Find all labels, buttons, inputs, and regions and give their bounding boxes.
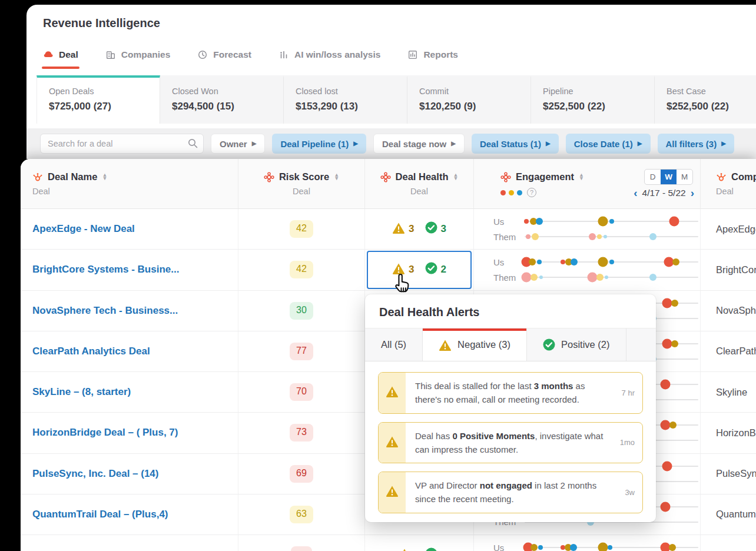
deal-name-link[interactable]: QuantumTrail Deal – (Plus,4) <box>21 509 168 520</box>
alert-message: VP and Director not engaged in last 2 mo… <box>406 472 614 513</box>
nav-tab-label: Companies <box>121 49 171 60</box>
summary-card-best-case[interactable]: Best Case$252,500 (22) <box>655 75 756 124</box>
hubspot-icon <box>32 172 43 182</box>
warning-icon <box>439 339 452 351</box>
popup-title: Deal Health Alerts <box>365 294 656 328</box>
col-header-deal-health[interactable]: Deal Health ▲▼ Deal <box>365 159 474 208</box>
nav-tab-companies[interactable]: Companies <box>105 49 171 69</box>
alert-timestamp: 7 hr <box>614 373 642 413</box>
summary-card-open-deals[interactable]: Open Deals$725,000 (27) <box>37 75 160 124</box>
popup-tab-all-5-[interactable]: All (5) <box>365 328 423 361</box>
deal-health-cell[interactable]: 32 <box>365 250 474 290</box>
col-label: Deal Health <box>396 171 449 182</box>
filter-chip-deal-stage-now[interactable]: Deal stage now▶ <box>373 134 465 154</box>
engagement-us-timeline <box>525 547 698 548</box>
engagement-dot-gold <box>669 421 677 429</box>
summary-card-commit[interactable]: Commit$120,250 (9) <box>407 75 531 124</box>
deal-name-link[interactable]: HorizonBridge Deal – ( Plus, 7) <box>21 427 178 439</box>
card-label: Closed lost <box>296 87 395 96</box>
nav-tab-deal[interactable]: Deal <box>43 49 78 69</box>
engagement-dot-pink <box>521 273 531 283</box>
risk-score-badge: 42 <box>290 220 313 238</box>
summary-card-closed-won[interactable]: Closed Won$294,500 (15) <box>160 75 284 124</box>
engagement-dot-yellow <box>530 274 538 281</box>
legend-dot <box>517 190 522 195</box>
company-name: PulseSync <box>701 468 756 479</box>
summary-card-closed-lost[interactable]: Closed lost$153,290 (13) <box>284 75 407 124</box>
next-date-icon[interactable]: › <box>691 187 694 198</box>
deal-name-link[interactable]: PulseSync, Inc. Deal – (14) <box>21 468 158 480</box>
positive-count: 2 <box>441 264 446 276</box>
engagement-dot-red <box>662 461 672 471</box>
sort-icon[interactable]: ▲▼ <box>102 174 107 180</box>
deal-health-cell[interactable] <box>365 535 474 551</box>
deal-name-link[interactable]: ApexEdge - New Deal <box>21 223 135 235</box>
alert-timestamp: 1mo <box>614 423 642 463</box>
card-value: $252,500 (22) <box>543 101 642 112</box>
filter-chip-close-date-1-[interactable]: Close Date (1)▶ <box>566 134 651 154</box>
nav-tab-label: Deal <box>59 49 78 60</box>
deal-name-link[interactable]: BrightCore Systems - Busine... <box>21 264 179 276</box>
popup-tab-label: Negative (3) <box>457 339 510 350</box>
chevron-right-icon: ▶ <box>252 141 257 147</box>
nav-tab-ai-win-loss-analysis[interactable]: AI win/loss analysis <box>278 49 380 69</box>
period-toggle-m[interactable]: M <box>677 170 692 184</box>
engagement-us-label: Us <box>493 543 525 551</box>
engagement-dot-pink <box>589 233 596 240</box>
popup-tab-positive-2-[interactable]: Positive (2) <box>527 328 626 361</box>
summary-card-pipeline[interactable]: Pipeline$252,500 (22) <box>531 75 655 124</box>
company-name: ClearPath <box>701 346 756 357</box>
filter-chips: Owner▶Deal Pipeline (1)▶Deal stage now▶D… <box>211 134 734 154</box>
alert-card: VP and Director not engaged in last 2 mo… <box>378 472 643 513</box>
filter-chip-deal-status-1-[interactable]: Deal Status (1)▶ <box>472 134 559 154</box>
col-sublabel: Deal <box>365 187 473 196</box>
filter-chip-all-filters-3-[interactable]: All filters (3)▶ <box>658 134 734 154</box>
deal-health-cell[interactable]: 33 <box>365 209 474 249</box>
col-label: Company <box>731 171 756 182</box>
alert-timestamp: 3w <box>614 472 642 513</box>
search-icon[interactable] <box>188 138 198 151</box>
search-input[interactable] <box>40 134 204 154</box>
help-icon[interactable]: ? <box>527 188 536 197</box>
warning-icon <box>398 548 411 551</box>
engagement-dot-red <box>662 298 672 308</box>
alert-card: This deal is stalled for the last 3 mont… <box>378 372 643 414</box>
col-header-engagement[interactable]: Engagement ▲▼ ? DWM ‹ 4/17 - 5/22 › <box>474 159 701 208</box>
reports-icon <box>407 49 418 60</box>
chevron-right-icon: ▶ <box>638 141 642 147</box>
deal-name-link[interactable]: SkyLine – (8, starter) <box>21 386 131 398</box>
nav-tab-forecast[interactable]: Forecast <box>197 49 251 69</box>
engagement-dot-sky <box>604 235 607 238</box>
ai-icon <box>500 172 511 182</box>
engagement-us-timeline <box>525 261 698 263</box>
col-header-risk-score[interactable]: Risk Score ▲▼ Deal <box>238 159 365 208</box>
chip-label: Owner <box>220 139 247 149</box>
filter-chip-owner[interactable]: Owner▶ <box>211 134 265 154</box>
chip-label: Deal Status (1) <box>480 139 541 149</box>
alert-warning-band <box>379 373 406 413</box>
sort-icon[interactable]: ▲▼ <box>453 174 458 180</box>
popup-tab-negative-3-[interactable]: Negative (3) <box>423 328 527 361</box>
filter-chip-deal-pipeline-1-[interactable]: Deal Pipeline (1)▶ <box>272 134 366 154</box>
sort-icon[interactable]: ▲▼ <box>579 174 584 180</box>
engagement-them-timeline <box>525 277 698 278</box>
period-toggle-w[interactable]: W <box>661 170 677 184</box>
deal-name-link[interactable]: NovaSphere Tech - Business... <box>21 305 178 317</box>
nav-tab-reports[interactable]: Reports <box>407 49 458 69</box>
engagement-us-label: Us <box>493 257 525 267</box>
period-toggle-d[interactable]: D <box>645 170 661 184</box>
col-header-company[interactable]: Company Deal <box>701 159 756 208</box>
card-label: Closed Won <box>172 87 271 96</box>
engagement-them-label: Them <box>493 232 525 242</box>
engagement-us-row: Us <box>493 543 698 551</box>
popup-tab-label: Positive (2) <box>561 339 610 350</box>
engagement-dot-gold <box>671 300 678 307</box>
card-label: Open Deals <box>49 87 148 96</box>
alert-warning-band <box>379 423 406 463</box>
sort-icon[interactable]: ▲▼ <box>334 174 339 180</box>
col-header-deal-name[interactable]: Deal Name ▲▼ Deal <box>21 159 238 208</box>
nav-tab-label: Forecast <box>213 49 251 60</box>
engagement-dot-red <box>669 217 679 227</box>
prev-date-icon[interactable]: ‹ <box>634 187 637 198</box>
deal-name-link[interactable]: ClearPath Analytics Deal <box>21 346 150 357</box>
